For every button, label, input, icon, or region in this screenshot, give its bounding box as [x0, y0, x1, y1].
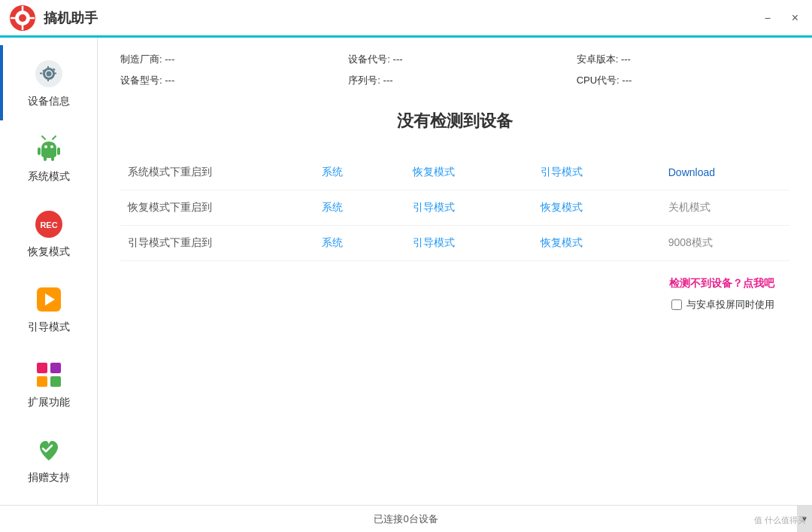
reboot-option-1-3[interactable]: 关机模式 — [653, 190, 789, 226]
android-version-info: 安卓版本: --- — [577, 53, 789, 66]
no-device-text: 没有检测到设备 — [120, 110, 789, 132]
detect-device-link[interactable]: 检测不到设备？点我吧 — [669, 277, 774, 289]
reboot-option-1-2[interactable]: 恢复模式 — [526, 190, 653, 226]
reboot-row-label: 系统模式下重启到 — [120, 155, 307, 190]
reboot-row: 引导模式下重启到系统引导模式恢复模式9008模式 — [120, 226, 789, 261]
svg-rect-12 — [51, 155, 54, 161]
bootloader-icon — [32, 283, 65, 316]
sidebar-label-bootloader: 引导模式 — [28, 321, 70, 334]
reboot-option-2-1[interactable]: 引导模式 — [398, 226, 526, 261]
rec-icon: REC — [32, 208, 65, 241]
sidebar-item-donate[interactable]: 捐赠支持 — [0, 421, 97, 497]
sidebar-label-system-mode: 系统模式 — [28, 170, 70, 184]
mirror-label[interactable]: 与安卓投屏同时使用 — [686, 298, 774, 312]
cpu-code-info: CPU代号: --- — [577, 74, 789, 87]
status-bar: 已连接0台设备 ▼ — [0, 505, 812, 532]
main-layout: 设备信息 系统模式 — [0, 38, 812, 505]
serial-number-info: 序列号: --- — [348, 74, 561, 87]
svg-line-15 — [42, 136, 45, 139]
mirror-checkbox[interactable] — [671, 299, 682, 310]
reboot-row: 系统模式下重启到系统恢复模式引导模式Download — [120, 155, 789, 190]
donate-icon — [32, 433, 65, 467]
reboot-row-label: 引导模式下重启到 — [120, 226, 307, 261]
android-icon — [32, 132, 65, 166]
sidebar-label-extend: 扩展功能 — [28, 396, 70, 409]
svg-point-17 — [44, 145, 47, 148]
sidebar-item-recovery-mode[interactable]: REC 恢复模式 — [0, 196, 97, 271]
sidebar-item-bootloader[interactable]: 引导模式 — [0, 271, 97, 346]
device-code-info: 设备代号: --- — [348, 53, 561, 66]
close-button[interactable]: × — [787, 8, 803, 27]
reboot-option-0-2[interactable]: 引导模式 — [526, 155, 653, 190]
sidebar-label-donate: 捐赠支持 — [28, 471, 70, 485]
app-logo — [9, 5, 36, 32]
content-area: 制造厂商: --- 设备代号: --- 安卓版本: --- 设备型号: --- … — [98, 38, 812, 505]
reboot-option-0-3[interactable]: Download — [653, 155, 789, 190]
svg-rect-14 — [57, 147, 60, 155]
checkbox-row: 与安卓投屏同时使用 — [120, 298, 774, 312]
app-title: 搞机助手 — [44, 9, 98, 27]
reboot-option-0-1[interactable]: 恢复模式 — [398, 155, 526, 190]
manufacturer-info: 制造厂商: --- — [120, 53, 333, 66]
reboot-option-1-1[interactable]: 引导模式 — [398, 190, 526, 226]
extend-icon — [32, 358, 65, 391]
window-controls: － × — [757, 8, 803, 27]
reboot-option-2-0[interactable]: 系统 — [307, 226, 397, 261]
minimize-button[interactable]: － — [757, 8, 778, 27]
scroll-down-button[interactable]: ▼ — [797, 506, 812, 532]
sidebar-label-device-info: 设备信息 — [28, 95, 70, 108]
svg-point-18 — [50, 145, 53, 148]
svg-rect-24 — [37, 376, 47, 387]
reboot-table: 系统模式下重启到系统恢复模式引导模式Download恢复模式下重启到系统引导模式… — [120, 155, 789, 261]
reboot-row-label: 恢复模式下重启到 — [120, 190, 307, 226]
svg-rect-13 — [38, 147, 41, 155]
svg-rect-23 — [50, 363, 61, 373]
sidebar-label-recovery-mode: 恢复模式 — [28, 245, 70, 259]
svg-rect-11 — [44, 155, 47, 161]
reboot-row: 恢复模式下重启到系统引导模式恢复模式关机模式 — [120, 190, 789, 226]
svg-point-2 — [19, 14, 26, 22]
device-info-grid: 制造厂商: --- 设备代号: --- 安卓版本: --- 设备型号: --- … — [120, 53, 789, 87]
sidebar-item-system-mode[interactable]: 系统模式 — [0, 120, 97, 196]
svg-text:REC: REC — [40, 220, 57, 230]
reboot-option-1-0[interactable]: 系统 — [307, 190, 397, 226]
reboot-option-0-0[interactable]: 系统 — [307, 155, 397, 190]
title-bar: 搞机助手 － × — [0, 0, 812, 38]
gear-icon — [32, 57, 65, 90]
sidebar-item-extend[interactable]: 扩展功能 — [0, 346, 97, 421]
sidebar: 设备信息 系统模式 — [0, 38, 98, 505]
svg-point-8 — [46, 71, 51, 77]
device-model-info: 设备型号: --- — [120, 74, 333, 87]
reboot-option-2-3[interactable]: 9008模式 — [653, 226, 789, 261]
status-text: 已连接0台设备 — [374, 512, 438, 526]
svg-line-16 — [53, 136, 56, 139]
bottom-actions: 检测不到设备？点我吧 与安卓投屏同时使用 — [120, 276, 789, 312]
sidebar-item-device-info[interactable]: 设备信息 — [0, 45, 97, 120]
reboot-option-2-2[interactable]: 恢复模式 — [526, 226, 653, 261]
svg-rect-25 — [50, 376, 61, 387]
svg-rect-22 — [37, 363, 47, 373]
